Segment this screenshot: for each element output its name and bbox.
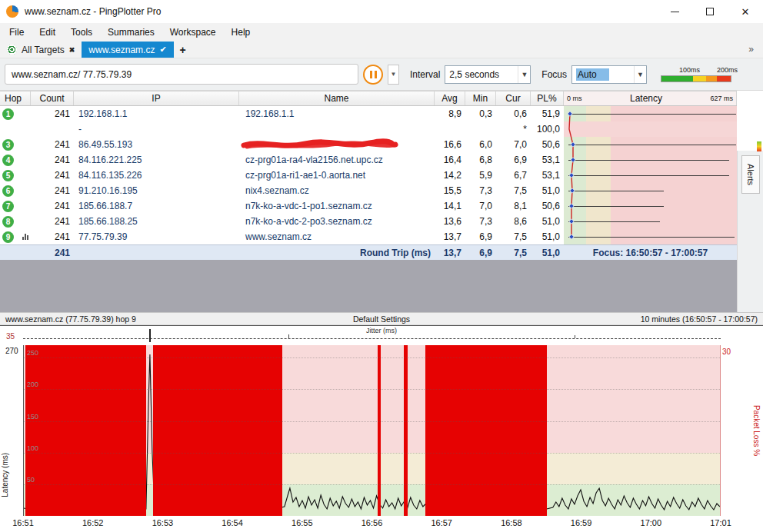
hop-badge: 7 — [2, 201, 14, 212]
pause-button[interactable] — [363, 65, 383, 85]
cell-cur: 8,6 — [496, 214, 531, 229]
graph-range-label[interactable]: 10 minutes (16:50:57 - 17:00:57) — [641, 314, 758, 324]
table-row[interactable]: -*100,0 — [0, 121, 737, 137]
packet-loss-block — [25, 345, 146, 516]
graph-target-label[interactable]: www.seznam.cz (77.75.79.39) hop 9 — [5, 314, 136, 324]
cell-pl: 51,0 — [531, 229, 564, 244]
col-hop[interactable]: Hop — [0, 91, 31, 105]
cell-ip: - — [74, 121, 239, 137]
graph-settings-label[interactable]: Default Settings — [353, 314, 410, 324]
close-tab-icon[interactable]: ✖ — [69, 46, 75, 54]
jitter-spike — [149, 329, 151, 342]
interval-select[interactable]: 2,5 seconds ▼ — [445, 65, 531, 84]
interval-label: Interval — [410, 69, 440, 80]
table-row[interactable]: 8241185.66.188.25n7k-ko-a-vdc-2-po3.sezn… — [0, 214, 737, 229]
focus-select[interactable]: Auto ▼ — [571, 65, 647, 84]
new-tab-button[interactable]: + — [174, 42, 192, 58]
minimize-button[interactable] — [657, 0, 692, 23]
maximize-button[interactable] — [692, 0, 728, 23]
col-pl[interactable]: PL% — [531, 91, 564, 105]
col-min[interactable]: Min — [465, 91, 496, 105]
gridline-label: 50 — [27, 476, 35, 484]
latency-bar-cell[interactable] — [564, 137, 737, 152]
table-row[interactable]: 7241185.66.188.7n7k-ko-a-vdc-1-po1.sezna… — [0, 198, 737, 214]
time-tick-label: 16:52 — [82, 518, 104, 527]
col-ip[interactable]: IP — [74, 91, 239, 105]
check-icon: ✔ — [159, 45, 166, 55]
focus-label: Focus — [541, 69, 567, 80]
cell-ip: 84.116.135.226 — [74, 168, 239, 183]
cell-name — [239, 137, 435, 152]
close-button[interactable]: ✕ — [728, 0, 763, 23]
legend-200ms-label: 200ms — [717, 66, 738, 74]
cell-min: 0,3 — [465, 106, 496, 121]
col-cur[interactable]: Cur — [496, 91, 531, 105]
cell-name: n7k-ko-a-vdc-2-po3.seznam.cz — [239, 214, 435, 229]
table-row[interactable]: 324186.49.55.19316,66,07,050,6 — [0, 137, 737, 152]
tab-all-targets[interactable]: All Targets ✖ — [0, 42, 82, 58]
tab-all-targets-label: All Targets — [22, 45, 65, 55]
cell-ip: 86.49.55.193 — [74, 137, 239, 152]
gridline — [24, 421, 720, 422]
menu-file[interactable]: File — [2, 23, 32, 42]
app-logo-icon — [6, 5, 18, 18]
col-count[interactable]: Count — [31, 91, 74, 105]
alerts-tab-label: Alerts — [746, 164, 755, 185]
tab-bar: All Targets ✖ www.seznam.cz ✔ + » — [0, 42, 763, 58]
menu-workspace[interactable]: Workspace — [162, 23, 224, 42]
table-rows: 1241192.168.1.1192.168.1.18,90,30,651,9-… — [0, 106, 737, 244]
cell-avg: 13,7 — [435, 229, 465, 244]
time-tick-label: 16:53 — [152, 518, 174, 527]
table-row[interactable]: 524184.116.135.226cz-prg01a-ri1-ae1-0.ao… — [0, 168, 737, 183]
col-latency[interactable]: 0 ms Latency 627 ms — [564, 91, 737, 105]
jitter-bump — [288, 334, 289, 337]
tab-active-label: www.seznam.cz — [88, 45, 155, 55]
jitter-bump — [575, 335, 575, 338]
time-tick-label: 16:54 — [222, 518, 243, 527]
menu-summaries[interactable]: Summaries — [100, 23, 162, 42]
menu-help[interactable]: Help — [224, 23, 258, 42]
timeline-plot[interactable]: 25020015010050 — [23, 345, 721, 516]
table-row[interactable]: 424184.116.221.225cz-prg01a-ra4-vla2156.… — [0, 152, 737, 168]
col-avg[interactable]: Avg — [435, 91, 465, 105]
latency-axis-max: 270 — [5, 347, 18, 355]
menu-edit[interactable]: Edit — [32, 23, 63, 42]
cell-pl: 51,0 — [531, 183, 564, 198]
time-tick-label: 16:57 — [431, 518, 452, 527]
time-tick-label: 16:55 — [292, 518, 313, 527]
cell-min: 6,9 — [465, 229, 496, 244]
hop-badge: 9 — [2, 231, 14, 243]
gridline — [24, 357, 720, 358]
cell-count: 241 — [31, 198, 74, 214]
tab-alerts[interactable]: Alerts — [741, 155, 760, 194]
cell-cur: 0,6 — [496, 106, 531, 121]
cell-name: nix4.seznam.cz — [239, 183, 435, 198]
tab-www-seznam-cz[interactable]: www.seznam.cz ✔ — [82, 42, 173, 58]
latency-bar-cell[interactable] — [564, 152, 737, 168]
table-row[interactable]: 924177.75.79.39www.seznam.cz13,76,97,551… — [0, 229, 737, 244]
round-trip-row[interactable]: 241 Round Trip (ms) 13,7 6,9 7,5 51,0 Fo… — [0, 244, 737, 260]
packet-loss-block — [425, 345, 546, 516]
footer-avg: 13,7 — [435, 245, 465, 261]
cell-name: 192.168.1.1 — [239, 106, 435, 121]
latency-bar-cell[interactable] — [564, 229, 737, 244]
latency-bar-cell[interactable] — [564, 106, 737, 121]
cell-pl: 50,6 — [531, 137, 564, 152]
latency-bar-cell[interactable] — [564, 121, 737, 137]
table-row[interactable]: 1241192.168.1.1192.168.1.18,90,30,651,9 — [0, 106, 737, 121]
latency-range-whisker — [568, 221, 660, 222]
target-display[interactable]: www.seznam.cz / 77.75.79.39 — [5, 64, 358, 85]
latency-bar-cell[interactable] — [564, 198, 737, 214]
packet-loss-block — [378, 345, 382, 516]
latency-bar-cell[interactable] — [564, 183, 737, 198]
col-name[interactable]: Name — [239, 91, 435, 105]
pause-dropdown-button[interactable]: ▼ — [388, 65, 399, 85]
round-trip-label: Round Trip (ms) — [239, 245, 435, 261]
table-row[interactable]: 624191.210.16.195nix4.seznam.cz15,57,37,… — [0, 183, 737, 198]
cell-name: cz-prg01a-ri1-ae1-0.aorta.net — [239, 168, 435, 183]
menu-tools[interactable]: Tools — [63, 23, 100, 42]
latency-bar-cell[interactable] — [564, 214, 737, 229]
time-tick-label: 17:01 — [710, 518, 731, 527]
expand-chevron-icon[interactable]: » — [748, 44, 754, 55]
latency-bar-cell[interactable] — [564, 168, 737, 183]
